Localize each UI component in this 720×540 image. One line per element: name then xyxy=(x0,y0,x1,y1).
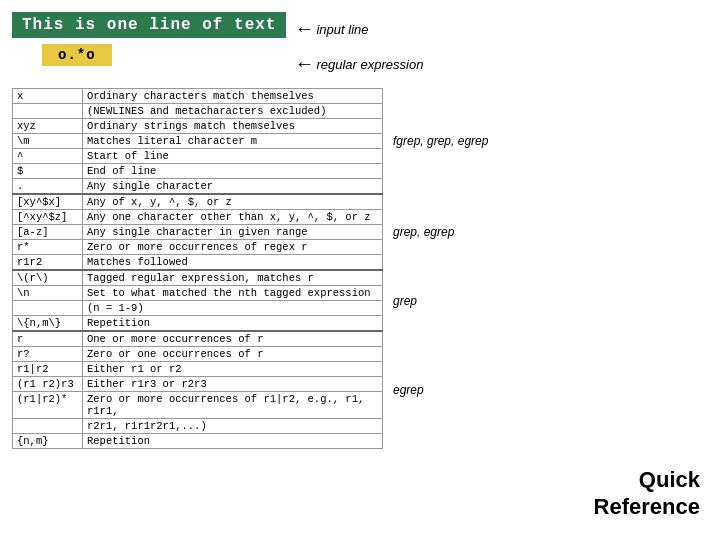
desc-cell: Either r1 or r2 xyxy=(83,362,383,377)
desc-cell: One or more occurrences of r xyxy=(83,331,383,347)
pattern-cell: [^xy^$z] xyxy=(13,210,83,225)
desc-cell: Zero or one occurrences of r xyxy=(83,347,383,362)
tool-label-grep-egrep: grep, egrep xyxy=(383,194,709,270)
quick-reference-line2: Reference xyxy=(594,494,700,520)
pattern-cell: (r1|r2)* xyxy=(13,392,83,419)
desc-cell: Ordinary strings match themselves xyxy=(83,119,383,134)
regex-arrow-row: ← regular expression xyxy=(298,53,423,76)
regex-box: o.*o xyxy=(42,44,112,66)
tool-label-egrep: egrep xyxy=(383,331,709,449)
table-row: [xy^$x] Any of x, y, ^, $, or z grep, eg… xyxy=(13,194,709,210)
regex-label: regular expression xyxy=(316,57,423,72)
input-line-arrow-row: ← input line xyxy=(298,18,423,41)
pattern-cell: $ xyxy=(13,164,83,179)
desc-cell: Any of x, y, ^, $, or z xyxy=(83,194,383,210)
pattern-cell: r1|r2 xyxy=(13,362,83,377)
desc-cell: End of line xyxy=(83,164,383,179)
input-line-label: input line xyxy=(316,22,368,37)
quick-reference: Quick Reference xyxy=(594,467,700,520)
pattern-cell: \{n,m\} xyxy=(13,316,83,332)
desc-cell: Set to what matched the nth tagged expre… xyxy=(83,286,383,301)
input-line-arrow: ← xyxy=(298,18,310,41)
pattern-cell: r xyxy=(13,331,83,347)
pattern-cell: [xy^$x] xyxy=(13,194,83,210)
tool-label-fgrep: fgrep, grep, egrep xyxy=(383,89,709,195)
table-row: r One or more occurrences of r egrep xyxy=(13,331,709,347)
table-row: x Ordinary characters match themselves f… xyxy=(13,89,709,104)
desc-cell: Any single character xyxy=(83,179,383,195)
pattern-cell: r? xyxy=(13,347,83,362)
desc-cell: r2r1, r1r1r2r1,...) xyxy=(83,419,383,434)
table-row: \(r\) Tagged regular expression, matches… xyxy=(13,270,709,286)
reference-table-container: x Ordinary characters match themselves f… xyxy=(12,88,708,449)
pattern-cell: r* xyxy=(13,240,83,255)
desc-cell: Ordinary characters match themselves xyxy=(83,89,383,104)
desc-cell: Zero or more occurrences of r1|r2, e.g.,… xyxy=(83,392,383,419)
pattern-cell: \(r\) xyxy=(13,270,83,286)
desc-cell: Matches literal character m xyxy=(83,134,383,149)
desc-cell: Either r1r3 or r2r3 xyxy=(83,377,383,392)
pattern-cell: [a-z] xyxy=(13,225,83,240)
pattern-cell: {n,m} xyxy=(13,434,83,449)
input-line-box: This is one line of text xyxy=(12,12,286,38)
pattern-cell: (r1 r2)r3 xyxy=(13,377,83,392)
desc-cell: Any single character in given range xyxy=(83,225,383,240)
desc-cell: (NEWLINES and metacharacters excluded) xyxy=(83,104,383,119)
desc-cell: Any one character other than x, y, ^, $,… xyxy=(83,210,383,225)
pattern-cell: \n xyxy=(13,286,83,301)
pattern-cell: xyz xyxy=(13,119,83,134)
pattern-cell xyxy=(13,419,83,434)
quick-reference-line1: Quick xyxy=(594,467,700,493)
pattern-cell: \m xyxy=(13,134,83,149)
desc-cell: Start of line xyxy=(83,149,383,164)
tool-label-grep: grep xyxy=(383,270,709,331)
arrows-labels: ← input line ← regular expression xyxy=(298,18,423,76)
desc-cell: Zero or more occurrences of regex r xyxy=(83,240,383,255)
desc-cell: Repetition xyxy=(83,316,383,332)
pattern-cell: x xyxy=(13,89,83,104)
page: This is one line of text o.*o ← input li… xyxy=(0,0,720,540)
top-section: This is one line of text o.*o ← input li… xyxy=(12,12,708,76)
reference-table: x Ordinary characters match themselves f… xyxy=(12,88,708,449)
pattern-cell xyxy=(13,104,83,119)
examples-area: This is one line of text o.*o xyxy=(12,12,286,66)
desc-cell: Repetition xyxy=(83,434,383,449)
pattern-cell: r1r2 xyxy=(13,255,83,271)
pattern-cell: . xyxy=(13,179,83,195)
desc-cell: Tagged regular expression, matches r xyxy=(83,270,383,286)
desc-cell: Matches followed xyxy=(83,255,383,271)
pattern-cell xyxy=(13,301,83,316)
pattern-cell: ^ xyxy=(13,149,83,164)
desc-cell: (n = 1-9) xyxy=(83,301,383,316)
regex-arrow: ← xyxy=(298,53,310,76)
